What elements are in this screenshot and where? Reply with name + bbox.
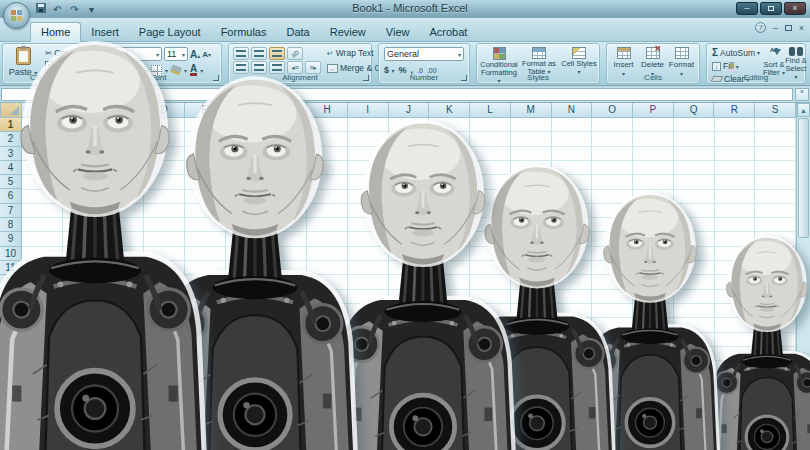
align-middle-button[interactable] <box>251 47 267 60</box>
align-bottom-button[interactable] <box>269 47 285 60</box>
robot-figure-1 <box>0 29 210 450</box>
wrap-text-icon: ↵ <box>327 49 334 58</box>
ribbon-tab[interactable]: Formulas <box>211 23 277 42</box>
office-button[interactable] <box>3 2 30 29</box>
excel-window: ↶ ↷ ▾ Book1 - Microsoft Excel – × HomeIn… <box>0 0 810 450</box>
expand-formula-bar-button[interactable]: » <box>795 88 809 101</box>
sort-filter-icon: AZ <box>768 47 781 60</box>
cells-group: Insert▾ Delete▾ Format▾ Cells <box>606 43 700 84</box>
ribbon-tab[interactable]: Review <box>320 23 376 42</box>
save-icon <box>36 3 46 13</box>
workbook-close-button[interactable]: × <box>799 23 804 33</box>
styles-group: Conditional Formatting ▾ Format as Table… <box>476 43 600 84</box>
cells-group-label: Cells <box>607 73 699 82</box>
insert-cells-icon <box>617 47 631 59</box>
undo-button[interactable]: ↶ <box>51 3 64 16</box>
align-middle-icon <box>254 50 264 58</box>
office-logo-icon <box>11 10 22 21</box>
restore-icon <box>768 6 774 11</box>
minimize-button[interactable]: – <box>736 2 758 15</box>
column-header[interactable]: N <box>552 103 593 118</box>
ribbon-tab[interactable]: View <box>376 23 420 42</box>
delete-cells-icon <box>646 47 660 59</box>
column-header[interactable]: Q <box>674 103 715 118</box>
workbook-minimize-button[interactable]: – <box>773 23 778 33</box>
title-bar: ↶ ↷ ▾ Book1 - Microsoft Excel – × <box>0 0 810 18</box>
column-header[interactable]: O <box>592 103 633 118</box>
format-as-table-icon <box>532 47 546 59</box>
cell-styles-icon <box>572 47 586 59</box>
editing-group-label: Editing <box>707 73 805 82</box>
number-group-label: Number <box>379 73 469 82</box>
window-controls: – × <box>736 2 806 15</box>
align-top-icon <box>236 50 246 58</box>
scrollbar-thumb[interactable] <box>798 118 809 238</box>
quick-access-toolbar: ↶ ↷ ▾ <box>34 2 98 16</box>
align-bottom-icon <box>272 50 282 58</box>
column-header[interactable]: R <box>714 103 755 118</box>
orientation-icon: ab <box>290 48 300 58</box>
number-format-combo[interactable]: General▾ <box>384 47 464 61</box>
fill-icon: ↓ <box>712 62 721 71</box>
alignment-dialog-launcher[interactable] <box>363 75 369 81</box>
orientation-button[interactable]: ab <box>287 47 303 60</box>
autosum-button[interactable]: Σ AutoSum ▾ <box>710 46 762 59</box>
editing-group: Σ AutoSum ▾ ↓ Fill ▾ Clear ▾ AZ Sort & F… <box>706 43 806 84</box>
close-button[interactable]: × <box>784 2 806 15</box>
column-header[interactable]: S <box>755 103 796 118</box>
scroll-up-button[interactable]: ▲ <box>797 103 810 117</box>
binoculars-icon <box>789 47 803 56</box>
number-group: General▾ $ ▾ % , .0 .00 Number <box>378 43 470 84</box>
ribbon-tab[interactable]: Data <box>276 23 319 42</box>
workbook-controls: ? – × <box>755 22 804 33</box>
ribbon-tab[interactable]: Acrobat <box>419 23 477 42</box>
column-header[interactable]: P <box>633 103 674 118</box>
qat-customize-dropdown[interactable]: ▾ <box>85 3 98 16</box>
workbook-restore-button[interactable] <box>785 25 792 31</box>
window-title: Book1 - Microsoft Excel <box>290 2 530 14</box>
sigma-icon: Σ <box>712 47 718 58</box>
align-top-button[interactable] <box>233 47 249 60</box>
format-cells-icon <box>675 47 689 59</box>
fill-button[interactable]: ↓ Fill ▾ <box>710 60 762 72</box>
restore-button[interactable] <box>760 2 782 15</box>
redo-button[interactable]: ↷ <box>68 3 81 16</box>
conditional-formatting-icon <box>493 47 506 60</box>
number-dialog-launcher[interactable] <box>461 75 467 81</box>
save-button[interactable] <box>34 3 47 16</box>
help-icon[interactable]: ? <box>755 22 766 33</box>
styles-group-label: Styles <box>477 73 599 82</box>
